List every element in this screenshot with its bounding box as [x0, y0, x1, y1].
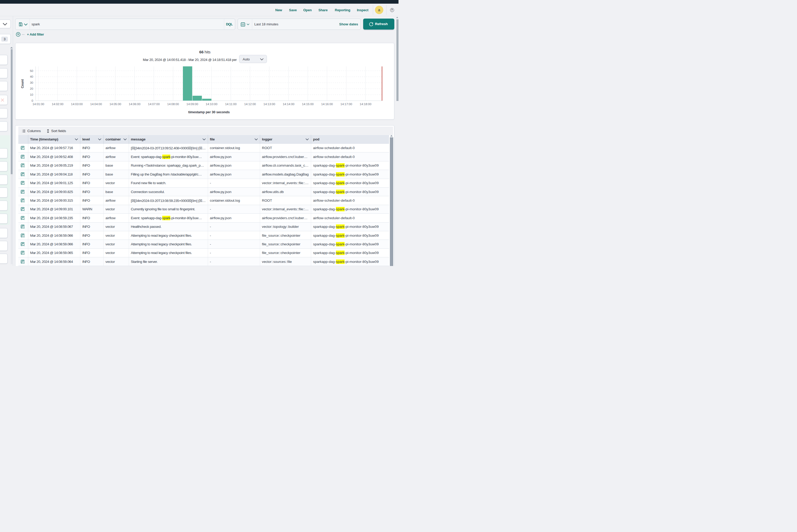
svg-text:14:08:00: 14:08:00 — [167, 102, 179, 106]
svg-text:14:16:00: 14:16:00 — [321, 102, 333, 106]
svg-text:14:11:00: 14:11:00 — [225, 102, 237, 106]
svg-text:14:17:00: 14:17:00 — [340, 102, 352, 106]
svg-text:Count: Count — [20, 79, 24, 89]
svg-text:14:18:00: 14:18:00 — [359, 102, 371, 106]
svg-text:14:03:00: 14:03:00 — [71, 102, 83, 106]
svg-text:14:06:00: 14:06:00 — [129, 102, 141, 106]
svg-text:14:01:00: 14:01:00 — [33, 102, 44, 106]
svg-text:14:12:00: 14:12:00 — [244, 102, 256, 106]
svg-text:14:05:00: 14:05:00 — [109, 102, 121, 106]
svg-text:14:10:00: 14:10:00 — [206, 102, 218, 106]
svg-text:14:02:00: 14:02:00 — [52, 102, 63, 106]
svg-text:14:14:00: 14:14:00 — [283, 102, 294, 106]
svg-text:14:15:00: 14:15:00 — [302, 102, 313, 106]
svg-text:14:04:00: 14:04:00 — [90, 102, 102, 106]
svg-text:50: 50 — [30, 69, 33, 73]
svg-text:0: 0 — [32, 99, 33, 102]
svg-text:20: 20 — [30, 87, 33, 90]
svg-text:14:09:00: 14:09:00 — [186, 102, 198, 106]
svg-text:14:07:00: 14:07:00 — [148, 102, 160, 106]
svg-text:timestamp per 30 seconds: timestamp per 30 seconds — [188, 110, 230, 114]
svg-text:10: 10 — [30, 93, 33, 96]
svg-text:40: 40 — [30, 75, 33, 78]
svg-text:14:13:00: 14:13:00 — [263, 102, 275, 106]
svg-text:30: 30 — [30, 81, 33, 84]
